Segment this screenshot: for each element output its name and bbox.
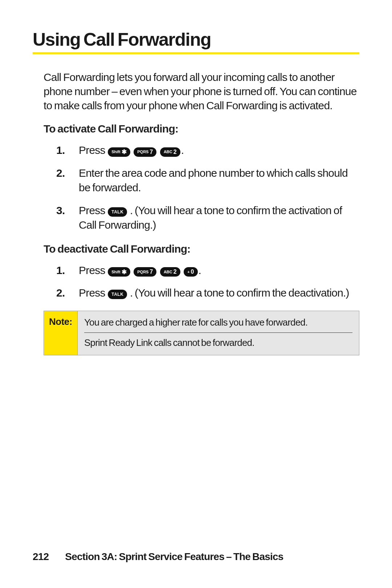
note-separator <box>84 332 352 333</box>
key-talk-icon: TALK <box>108 207 127 217</box>
key-2-icon: ABC2 <box>160 267 180 277</box>
deactivate-step-2: Press TALK . (You will hear a tone to co… <box>56 286 359 301</box>
section-title: Section 3A: Sprint Service Features – Th… <box>65 551 283 562</box>
key-7-icon: PQRS7 <box>134 267 156 277</box>
press-label: Press <box>79 287 105 299</box>
step-rest: . (You will hear a tone to confirm the d… <box>130 287 349 299</box>
period: . <box>199 264 201 276</box>
note-box: Note: You are charged a higher rate for … <box>44 311 359 355</box>
key-shift-star-icon: Shift✱ <box>108 267 130 277</box>
intro-paragraph: Call Forwarding lets you forward all you… <box>44 70 359 113</box>
activate-step-2: Enter the area code and phone number to … <box>56 166 359 195</box>
period: . <box>181 144 184 156</box>
key-talk-icon: TALK <box>108 290 127 299</box>
manual-page: Using Call Forwarding Call Forwarding le… <box>0 0 392 588</box>
title-underline <box>33 52 359 54</box>
key-0-icon: +0 <box>184 267 197 277</box>
press-label: Press <box>79 204 105 216</box>
page-number: 212 <box>33 551 49 562</box>
note-line-1: You are charged a higher rate for calls … <box>84 316 352 332</box>
key-7-icon: PQRS7 <box>134 147 156 157</box>
press-label: Press <box>79 264 105 276</box>
activate-step-1: Press Shift✱ PQRS7 ABC2. <box>56 143 359 158</box>
note-line-2: Sprint Ready Link calls cannot be forwar… <box>84 336 352 349</box>
activate-steps: Press Shift✱ PQRS7 ABC2. Enter the area … <box>56 143 359 233</box>
activate-step-3: Press TALK . (You will hear a tone to co… <box>56 203 359 233</box>
deactivate-heading: To deactivate Call Forwarding: <box>44 243 359 255</box>
deactivate-steps: Press Shift✱ PQRS7 ABC2 +0. Press TALK .… <box>56 263 359 301</box>
deactivate-step-1: Press Shift✱ PQRS7 ABC2 +0. <box>56 263 359 278</box>
key-shift-star-icon: Shift✱ <box>108 147 130 157</box>
note-label: Note: <box>44 311 78 355</box>
page-title: Using Call Forwarding <box>33 29 359 50</box>
page-footer: 212 Section 3A: Sprint Service Features … <box>33 551 283 563</box>
activate-heading: To activate Call Forwarding: <box>44 123 359 135</box>
press-label: Press <box>79 144 105 156</box>
key-2-icon: ABC2 <box>160 147 180 157</box>
note-content: You are charged a higher rate for calls … <box>78 311 359 355</box>
